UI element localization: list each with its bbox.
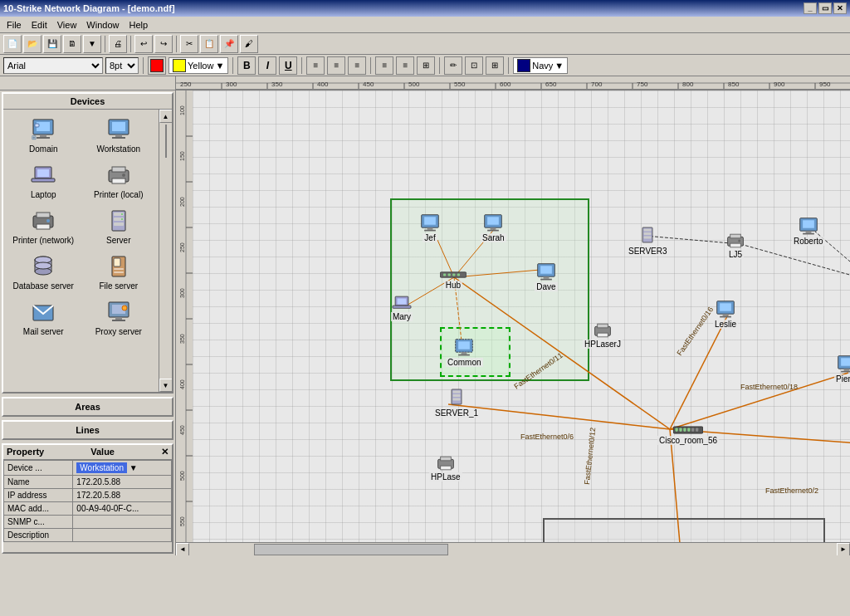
node-dave[interactable]: Dave (535, 262, 558, 291)
close-button[interactable]: ✕ (833, 2, 847, 14)
svg-rect-183 (844, 369, 850, 371)
device-server[interactable]: Server (82, 204, 156, 248)
node-hplaserj2[interactable]: HPLaserJ (583, 321, 623, 349)
canvas-area[interactable]: 100 150 200 250 300 350 400 450 (176, 90, 850, 555)
device-type-dropdown[interactable]: ▼ (129, 463, 138, 472)
device-printer-local[interactable]: Printer (local) (82, 159, 156, 203)
diagram-container[interactable]: FastEthernet0/11 FastEthernet0/16 FastEt… (193, 90, 850, 542)
node-server1[interactable]: SERVER_1 (433, 385, 480, 418)
node-lj5[interactable]: LJ5 (724, 232, 747, 259)
paste-button[interactable]: 📌 (220, 35, 238, 53)
svg-rect-169 (720, 303, 731, 310)
text-color-button[interactable] (148, 56, 166, 75)
new-button[interactable]: 📄 (3, 35, 22, 53)
underline-button[interactable]: U (279, 56, 297, 75)
node-leslie[interactable]: Leslie (713, 300, 738, 329)
restore-button[interactable]: ▭ (818, 2, 832, 14)
node-pierre[interactable]: Pierre (834, 354, 850, 384)
border-button[interactable]: ⊞ (486, 56, 504, 75)
menu-view[interactable]: View (52, 18, 82, 32)
minimize-button[interactable]: _ (804, 2, 817, 14)
bold-button[interactable]: B (237, 56, 256, 75)
node-hub1[interactable]: Hub (440, 269, 467, 290)
props-close[interactable]: ✕ (161, 447, 169, 457)
menu-file[interactable]: File (2, 18, 27, 32)
redo-button[interactable]: ↪ (154, 35, 173, 53)
shape-button[interactable]: ⊡ (465, 56, 483, 75)
format-painter-button[interactable]: 🖌 (240, 35, 258, 53)
device-workstation[interactable]: Workstation (82, 113, 156, 157)
device-file-server-label: File server (99, 281, 138, 291)
cut-button[interactable]: ✂ (180, 35, 198, 53)
device-printer-network[interactable]: Printer (network) (7, 204, 81, 248)
print-button[interactable]: 🖨 (109, 35, 127, 53)
device-laptop[interactable]: Laptop (7, 159, 81, 203)
svg-rect-140 (544, 276, 550, 279)
align-center-button[interactable]: ≡ (327, 56, 345, 75)
size-selector[interactable]: 8pt (105, 57, 139, 74)
draw-button[interactable]: ✏ (444, 56, 462, 75)
node-server3[interactable]: SERVER3 (627, 223, 669, 256)
svg-text:450: 450 (179, 425, 185, 435)
align-right-button[interactable]: ≡ (348, 56, 366, 75)
node-jacques[interactable]: Jacques (752, 541, 786, 542)
node-scott[interactable]: Scott (581, 541, 604, 542)
svg-rect-144 (393, 306, 411, 308)
hscroll-thumb[interactable] (254, 544, 448, 555)
svg-point-47 (122, 174, 125, 177)
node-jef[interactable]: Jef (418, 213, 442, 242)
list-button[interactable]: ⊞ (417, 56, 435, 75)
scroll-track[interactable] (164, 123, 169, 379)
node-hplase[interactable]: HPLase (429, 454, 462, 482)
italic-button[interactable]: I (258, 56, 276, 75)
options-button[interactable]: ▼ (83, 35, 101, 53)
scroll-down[interactable]: ▼ (159, 379, 173, 392)
scroll-thumb[interactable] (165, 125, 167, 158)
device-mail-server[interactable]: Mail server (7, 296, 81, 340)
fill-color-dropdown[interactable]: ▼ (215, 61, 224, 71)
menu-window[interactable]: Window (81, 18, 124, 32)
open-button[interactable]: 📂 (23, 35, 42, 53)
horizontal-scrollbar[interactable]: ◄ ► (176, 542, 850, 555)
server-icon (105, 208, 132, 234)
font-selector[interactable]: Arial (3, 57, 103, 74)
device-database[interactable]: Database server (7, 250, 81, 294)
device-domain[interactable]: ⊞ Domain (7, 113, 81, 157)
menu-edit[interactable]: Edit (27, 18, 52, 32)
node-sarah[interactable]: Sarah (481, 213, 506, 242)
device-type-badge: Workstation (76, 462, 127, 473)
indent-button[interactable]: ≡ (396, 56, 414, 75)
save-all-button[interactable]: 🗎 (63, 35, 81, 53)
hscroll-left[interactable]: ◄ (176, 543, 189, 556)
undo-button[interactable]: ↩ (134, 35, 153, 53)
fill-color-selector[interactable]: Yellow ▼ (169, 57, 228, 74)
spacing-button[interactable]: ≡ (375, 56, 393, 75)
svg-text:650: 650 (545, 81, 557, 88)
node-server2[interactable]: server2 (404, 539, 435, 542)
sep1 (105, 36, 105, 52)
node-leslie-label: Leslie (713, 320, 738, 329)
prop-value-device[interactable]: Workstation ▼ (73, 461, 172, 476)
lines-button[interactable]: Lines (2, 420, 173, 440)
hscroll-right[interactable]: ► (837, 543, 850, 556)
menu-help[interactable]: Help (124, 18, 153, 32)
props-header: Property Value ✕ (3, 445, 172, 460)
hscroll-track[interactable] (189, 543, 837, 556)
svg-text:800: 800 (682, 81, 694, 88)
node-cisco[interactable]: Cisco_room_56 (657, 424, 719, 445)
copy-button[interactable]: 📋 (200, 35, 218, 53)
props-property-col: Property (7, 447, 44, 457)
node-common[interactable]: Common (446, 338, 483, 367)
device-file-server[interactable]: File server (82, 250, 156, 294)
areas-button[interactable]: Areas (2, 397, 173, 417)
line-color-selector[interactable]: Navy ▼ (513, 57, 568, 74)
line-color-dropdown[interactable]: ▼ (554, 61, 564, 71)
file-server-icon (105, 253, 132, 280)
svg-rect-50 (37, 224, 50, 229)
scroll-up[interactable]: ▲ (159, 110, 173, 123)
node-mary[interactable]: Mary (390, 294, 413, 321)
device-proxy-server[interactable]: Proxy server (82, 296, 156, 340)
save-button[interactable]: 💾 (43, 35, 61, 53)
node-roberto[interactable]: Roberto (792, 217, 825, 246)
align-left-button[interactable]: ≡ (306, 56, 325, 75)
